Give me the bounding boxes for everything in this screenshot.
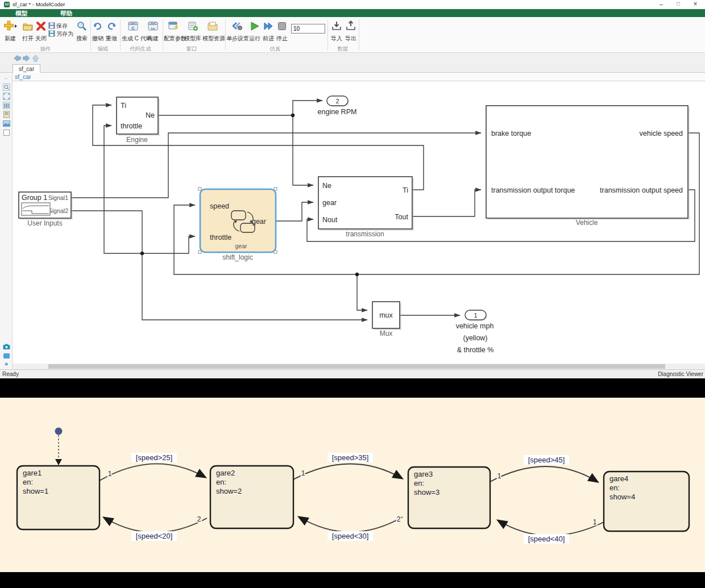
transition-gare3-gare2[interactable] <box>299 517 403 532</box>
transition-gare2-gare3[interactable] <box>293 464 402 479</box>
export-button[interactable]: 导出 <box>344 20 358 43</box>
nav-forward-icon[interactable] <box>23 55 30 62</box>
camera-icon[interactable] <box>2 343 10 351</box>
left-sidebar: ← » <box>0 73 13 369</box>
svg-text:Tout: Tout <box>395 213 408 221</box>
new-icon <box>1 20 19 33</box>
step-settings-icon <box>226 20 248 33</box>
config-params-icon <box>164 20 183 33</box>
svg-text:transmission output torque: transmission output torque <box>491 186 575 194</box>
close-button[interactable]: × <box>687 0 704 9</box>
new-button[interactable]: 新建 <box>1 20 19 43</box>
vehicle-mph-outport[interactable]: 1 vehicle mph (yellow) & throttle % <box>456 310 494 354</box>
undo-button[interactable]: 撤销 <box>92 20 104 43</box>
user-inputs-block[interactable]: Group 1 Signal1 Signal2 User Inputs <box>19 192 73 227</box>
svg-text:gare1: gare1 <box>23 469 42 477</box>
redo-button[interactable]: 重做 <box>105 20 118 43</box>
run-button[interactable]: 运行 <box>248 20 262 43</box>
search-icon <box>74 20 89 33</box>
diagnostic-viewer-button[interactable]: Diagnostic Viewer <box>658 371 703 377</box>
horizontal-scrollbar[interactable] <box>13 364 705 369</box>
wire-tout-to-vehicle[interactable] <box>412 190 481 216</box>
svg-text:lus: lus <box>151 27 155 30</box>
svg-text:[speed>35]: [speed>35] <box>332 453 369 462</box>
svg-text:User Inputs: User Inputs <box>27 219 62 227</box>
model-library-icon <box>184 20 201 33</box>
svg-text:gare4: gare4 <box>609 474 628 483</box>
menu-tab-model[interactable]: 模型 <box>15 9 27 17</box>
snapshot-icon[interactable] <box>2 101 10 109</box>
initial-transition[interactable] <box>55 428 63 466</box>
state-gare3[interactable]: gare3 en: show=3 <box>408 467 490 528</box>
fit-view-icon[interactable] <box>2 92 10 100</box>
wire-throttle-to-shiftlogic[interactable] <box>142 236 195 253</box>
breadcrumb-item[interactable]: sf_car <box>15 73 31 80</box>
toolbar: 新建 打开 关闭 保存 另存为 搜索 撤销 <box>0 17 705 53</box>
nav-up-icon[interactable] <box>32 55 39 62</box>
transition-gare1-gare2[interactable] <box>99 464 205 481</box>
transition-gare3-gare4[interactable] <box>490 466 598 482</box>
square-tool-icon[interactable] <box>2 128 10 136</box>
transmission-block[interactable]: Ne gear Nout Ti Tout transmission <box>318 177 414 238</box>
svg-text:+++: +++ <box>131 22 135 25</box>
config-params-button[interactable]: 配置参数 <box>164 20 183 43</box>
step-settings-button[interactable]: 单步设置 <box>226 20 248 43</box>
wire-ne-to-transmission[interactable] <box>293 115 313 185</box>
wire-gear-to-transmission[interactable] <box>276 202 313 221</box>
minimize-button[interactable]: – <box>653 0 670 9</box>
state-gare1[interactable]: gare1 en: show=1 <box>17 466 99 529</box>
export-icon <box>344 20 358 33</box>
redo-icon <box>105 20 118 33</box>
hide-panel-icon[interactable]: ← <box>2 74 10 82</box>
status-ready: Ready <box>2 371 19 377</box>
mux-block[interactable]: mux Mux <box>372 302 401 337</box>
state-gare4[interactable]: gare4 en: show=4 <box>604 472 689 531</box>
engine-rpm-outport[interactable]: 2 engine RPM <box>318 96 357 116</box>
svg-text:show=3: show=3 <box>414 488 439 497</box>
maximize-button[interactable]: □ <box>670 0 687 9</box>
svg-text:(yellow): (yellow) <box>463 334 487 342</box>
shift-logic-block[interactable]: speed throttle gear gear shift_logic <box>198 187 277 261</box>
engine-block[interactable]: Ti throttle Ne Engine <box>117 97 160 144</box>
open-button[interactable]: 打开 <box>20 20 35 43</box>
model-canvas[interactable]: Ti throttle Ne Engine 2 engine RPM Group… <box>13 81 705 364</box>
nav-back-icon[interactable] <box>14 55 21 62</box>
svg-text:1: 1 <box>301 469 305 477</box>
save-as-button[interactable]: 另存为 <box>48 30 73 37</box>
stop-button[interactable]: 停止 <box>276 20 288 43</box>
wire-throttle-to-mux[interactable] <box>142 253 367 320</box>
scrollbar-thumb[interactable] <box>48 364 665 369</box>
close-model-button[interactable]: 关闭 <box>34 20 48 43</box>
svg-text:vehicle speed: vehicle speed <box>640 130 683 137</box>
generate-c-code-button[interactable]: +++C 生成 C 代码 <box>122 20 144 43</box>
svg-text:Signal1: Signal1 <box>48 194 68 201</box>
build-button[interactable]: +++lus 构建 <box>146 20 160 43</box>
transition-gare4-gare3[interactable] <box>498 520 604 536</box>
forward-button[interactable]: 前进 <box>262 20 275 43</box>
menu-tab-help[interactable]: 帮助 <box>60 9 72 17</box>
model-library-button[interactable]: 模型库 <box>184 20 201 43</box>
transition-gare2-gare1[interactable] <box>104 518 207 532</box>
wire-throttle-to-engine[interactable] <box>104 126 142 253</box>
state-gare2[interactable]: gare2 en: show=2 <box>210 466 293 528</box>
search-button[interactable]: 搜索 <box>74 20 89 43</box>
import-button[interactable]: 导入 <box>330 20 343 43</box>
save-button[interactable]: 保存 <box>48 22 68 29</box>
group-label-window: 窗口 <box>172 45 212 53</box>
image-icon[interactable] <box>2 119 10 127</box>
vehicle-block[interactable]: brake torque transmission output torque … <box>486 106 690 227</box>
svg-text:transmission output speed: transmission output speed <box>600 186 683 194</box>
c-code-icon: +++C <box>122 20 144 33</box>
clipboard-icon[interactable] <box>2 110 10 118</box>
wire-signal2-main[interactable] <box>71 211 142 253</box>
panel-icon[interactable] <box>2 352 10 360</box>
model-resources-button[interactable]: 模型资源 <box>202 20 223 43</box>
model-tab[interactable]: sf_car <box>13 64 40 73</box>
forward-icon <box>262 20 275 33</box>
expand-chevrons-icon[interactable]: » <box>2 360 10 368</box>
svg-text:mux: mux <box>379 311 393 319</box>
svg-text:Ti: Ti <box>121 102 126 110</box>
sim-time-input[interactable] <box>291 24 325 34</box>
zoom-in-icon[interactable] <box>2 83 10 91</box>
wire-speed-to-mux[interactable] <box>357 274 367 310</box>
